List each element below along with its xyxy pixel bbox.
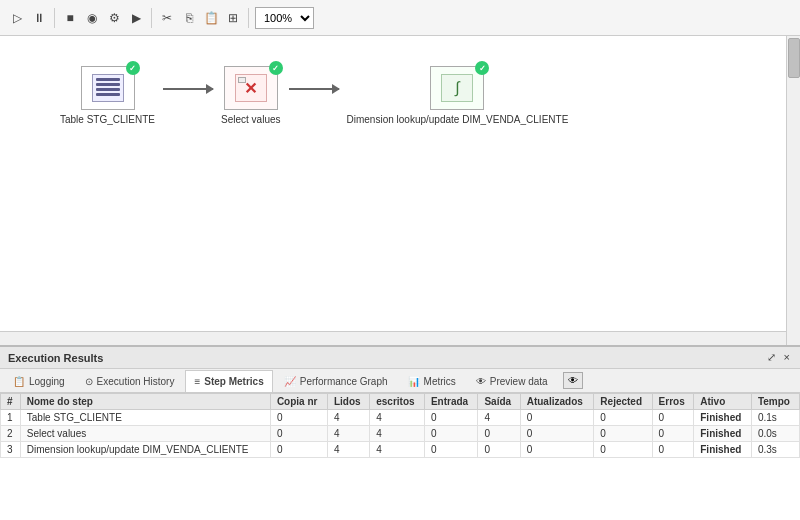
step-metrics-icon: ≡	[194, 376, 200, 387]
table-cell: 3	[1, 442, 21, 458]
results-title: Execution Results	[8, 352, 103, 364]
table-cell: 2	[1, 426, 21, 442]
table-cell: 4	[370, 442, 425, 458]
flow-arrow-2	[281, 88, 347, 90]
node-box-select: ✕ ✓	[224, 66, 278, 110]
table-cell: 4	[327, 442, 369, 458]
performance-graph-icon: 📈	[284, 376, 296, 387]
col-saida: Saída	[478, 394, 520, 410]
node-label-3: Dimension lookup/update DIM_VENDA_CLIENT…	[347, 114, 569, 125]
cut-icon[interactable]: ✂	[158, 9, 176, 27]
table-cell: 4	[327, 426, 369, 442]
scrollbar-right[interactable]	[786, 36, 800, 345]
node-box-dimension: ∫ ✓	[430, 66, 484, 110]
table-cell: 4	[478, 410, 520, 426]
table-row: 3Dimension lookup/update DIM_VENDA_CLIEN…	[1, 442, 800, 458]
arrow-line-1	[163, 88, 213, 90]
tab-logging-label: Logging	[29, 376, 65, 387]
tab-logging[interactable]: 📋 Logging	[4, 370, 74, 392]
table-cell: Finished	[694, 426, 752, 442]
tab-execution-history-label: Execution History	[97, 376, 175, 387]
paste-icon[interactable]: 📋	[202, 9, 220, 27]
col-escritos: escritos	[370, 394, 425, 410]
table-cell: 0	[270, 410, 327, 426]
results-panel: Execution Results ⤢ × 📋 Logging ⊙ Execut…	[0, 345, 800, 520]
flow-node-dimension[interactable]: ∫ ✓ Dimension lookup/update DIM_VENDA_CL…	[347, 66, 569, 125]
tab-step-metrics[interactable]: ≡ Step Metrics	[185, 370, 272, 392]
scrollbar-bottom[interactable]	[0, 331, 786, 345]
table-cell: 0	[478, 442, 520, 458]
tab-execution-history[interactable]: ⊙ Execution History	[76, 370, 184, 392]
canvas-area: ✓ Table STG_CLIENTE ✕ ✓ Select values	[0, 36, 800, 345]
tab-performance-graph-label: Performance Graph	[300, 376, 388, 387]
layout-icon[interactable]: ⊞	[224, 9, 242, 27]
logging-icon: 📋	[13, 376, 25, 387]
main-container: ▷ ⏸ ■ ◉ ⚙ ▶ ✂ ⎘ 📋 ⊞ 100% 50% 75% 125% 15…	[0, 0, 800, 520]
node-check-1: ✓	[126, 61, 140, 75]
expand-button[interactable]: ⤢	[765, 351, 778, 364]
tabs-bar: 📋 Logging ⊙ Execution History ≡ Step Met…	[0, 369, 800, 393]
table-cell: 0	[520, 410, 594, 426]
col-lidos: Lidos	[327, 394, 369, 410]
stop-icon[interactable]: ■	[61, 9, 79, 27]
col-ativo: Ativo	[694, 394, 752, 410]
tab-preview-data[interactable]: 👁 Preview data	[467, 370, 557, 392]
col-erros: Erros	[652, 394, 694, 410]
node-box-table: ✓	[81, 66, 135, 110]
run-icon[interactable]: ▶	[127, 9, 145, 27]
flow-node-select[interactable]: ✕ ✓ Select values	[221, 66, 280, 125]
scrollbar-thumb-right[interactable]	[788, 38, 800, 78]
table-cell: 0	[594, 426, 652, 442]
flow-node-table[interactable]: ✓ Table STG_CLIENTE	[60, 66, 155, 125]
arrow-line-2	[289, 88, 339, 90]
table-cell: 0.3s	[751, 442, 799, 458]
table-cell: 0	[520, 426, 594, 442]
col-rejected: Rejected	[594, 394, 652, 410]
table-cell: 0	[594, 410, 652, 426]
tab-performance-graph[interactable]: 📈 Performance Graph	[275, 370, 397, 392]
table-cell: 0	[478, 426, 520, 442]
col-copia: Copia nr	[270, 394, 327, 410]
node-label-1: Table STG_CLIENTE	[60, 114, 155, 125]
table-cell: 0	[594, 442, 652, 458]
eye-toggle-button[interactable]: 👁	[563, 372, 583, 389]
table-cell: 4	[370, 426, 425, 442]
eye-icon[interactable]: ◉	[83, 9, 101, 27]
results-table: # Nome do step Copia nr Lidos escritos E…	[0, 393, 800, 458]
tab-preview-data-label: Preview data	[490, 376, 548, 387]
table-header-row: # Nome do step Copia nr Lidos escritos E…	[1, 394, 800, 410]
col-nome: Nome do step	[20, 394, 270, 410]
table-cell: 0.0s	[751, 426, 799, 442]
zoom-select[interactable]: 100% 50% 75% 125% 150%	[255, 7, 314, 29]
results-header: Execution Results ⤢ ×	[0, 347, 800, 369]
table-cell: Finished	[694, 410, 752, 426]
table-cell: 0	[424, 442, 478, 458]
execution-history-icon: ⊙	[85, 376, 93, 387]
table-cell: Finished	[694, 442, 752, 458]
separator-1	[54, 8, 55, 28]
settings-icon[interactable]: ⚙	[105, 9, 123, 27]
play-icon[interactable]: ▷	[8, 9, 26, 27]
tab-metrics-label: Metrics	[424, 376, 456, 387]
results-table-container: # Nome do step Copia nr Lidos escritos E…	[0, 393, 800, 520]
col-atualizados: Atualizados	[520, 394, 594, 410]
flow-arrow-1	[155, 88, 221, 90]
table-cell: 4	[370, 410, 425, 426]
table-cell: 0.1s	[751, 410, 799, 426]
table-cell: Dimension lookup/update DIM_VENDA_CLIENT…	[20, 442, 270, 458]
pause-icon[interactable]: ⏸	[30, 9, 48, 27]
copy-icon[interactable]: ⎘	[180, 9, 198, 27]
separator-2	[151, 8, 152, 28]
table-row: 1Table STG_CLIENTE04404000Finished0.1s	[1, 410, 800, 426]
table-cell: Select values	[20, 426, 270, 442]
table-cell: 4	[327, 410, 369, 426]
preview-data-icon: 👁	[476, 376, 486, 387]
table-cell: 0	[424, 410, 478, 426]
tab-metrics[interactable]: 📊 Metrics	[399, 370, 465, 392]
col-tempo: Tempo	[751, 394, 799, 410]
col-num: #	[1, 394, 21, 410]
toolbar: ▷ ⏸ ■ ◉ ⚙ ▶ ✂ ⎘ 📋 ⊞ 100% 50% 75% 125% 15…	[0, 0, 800, 36]
close-button[interactable]: ×	[782, 351, 792, 364]
table-row: 2Select values04400000Finished0.0s	[1, 426, 800, 442]
table-cell: Table STG_CLIENTE	[20, 410, 270, 426]
